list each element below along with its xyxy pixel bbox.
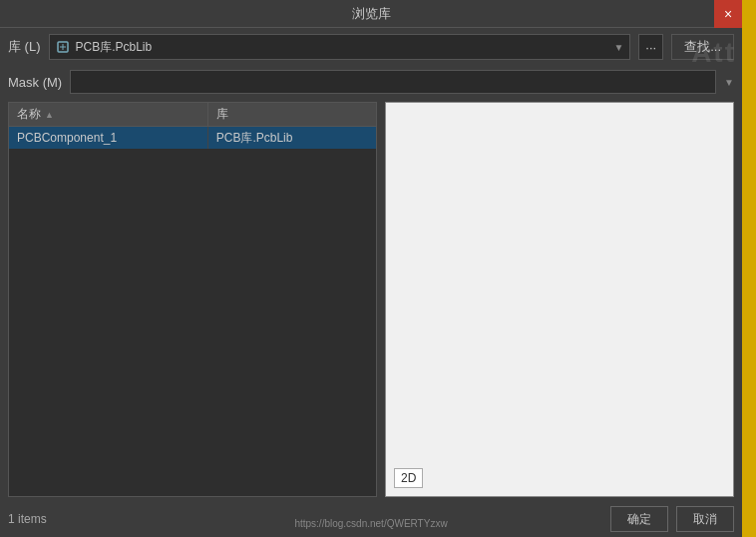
cancel-button[interactable]: 取消	[676, 506, 734, 532]
dialog: 浏览库 × 库 (L) PCB库.PcbLib ▼ ··· 查找... Mask…	[0, 0, 742, 537]
table-header: 名称 ▲ 库	[8, 102, 377, 126]
items-count: 1 items	[8, 512, 47, 526]
table-body: PCBComponent_1 PCB库.PcbLib	[8, 126, 377, 497]
att-overlay-text: Att	[691, 37, 736, 69]
close-button[interactable]: ×	[714, 0, 742, 28]
footer-url: https://blog.csdn.net/QWERTYzxw	[294, 518, 447, 529]
table-row[interactable]: PCBComponent_1 PCB库.PcbLib	[9, 127, 376, 149]
footer: 1 items https://blog.csdn.net/QWERTYzxw …	[0, 501, 742, 537]
lib-dropdown[interactable]: PCB库.PcbLib ▼	[49, 34, 631, 60]
mask-row: Mask (M) ▼	[0, 66, 742, 98]
col-name-sort-icon: ▲	[45, 110, 54, 120]
cell-component-lib: PCB库.PcbLib	[208, 127, 376, 149]
mask-label: Mask (M)	[8, 75, 62, 90]
cell-component-name: PCBComponent_1	[9, 127, 208, 149]
preview-area	[386, 103, 733, 496]
confirm-button[interactable]: 确定	[610, 506, 668, 532]
col-name-header: 名称 ▲	[9, 103, 208, 126]
dialog-title: 浏览库	[352, 5, 391, 23]
col-lib-header: 库	[208, 103, 376, 126]
toolbar-row: 库 (L) PCB库.PcbLib ▼ ··· 查找...	[0, 28, 742, 66]
main-content: 名称 ▲ 库 PCBComponent_1 PCB库.PcbLib 2D	[0, 98, 742, 501]
col-name-label: 名称	[17, 106, 41, 123]
lib-dots-button[interactable]: ···	[638, 34, 663, 60]
footer-buttons: 确定 取消	[610, 506, 734, 532]
left-panel: 名称 ▲ 库 PCBComponent_1 PCB库.PcbLib	[8, 102, 377, 497]
lib-dropdown-text: PCB库.PcbLib	[76, 39, 610, 56]
pcblib-icon	[56, 40, 70, 54]
lib-dropdown-arrow-icon: ▼	[613, 42, 623, 53]
preview-panel: 2D	[385, 102, 734, 497]
col-lib-label: 库	[216, 106, 228, 123]
title-bar: 浏览库 ×	[0, 0, 742, 28]
mask-input[interactable]	[70, 70, 716, 94]
mask-dropdown-icon[interactable]: ▼	[724, 77, 734, 88]
lib-label: 库 (L)	[8, 38, 41, 56]
right-accent	[742, 0, 756, 537]
view-2d-button[interactable]: 2D	[394, 468, 423, 488]
